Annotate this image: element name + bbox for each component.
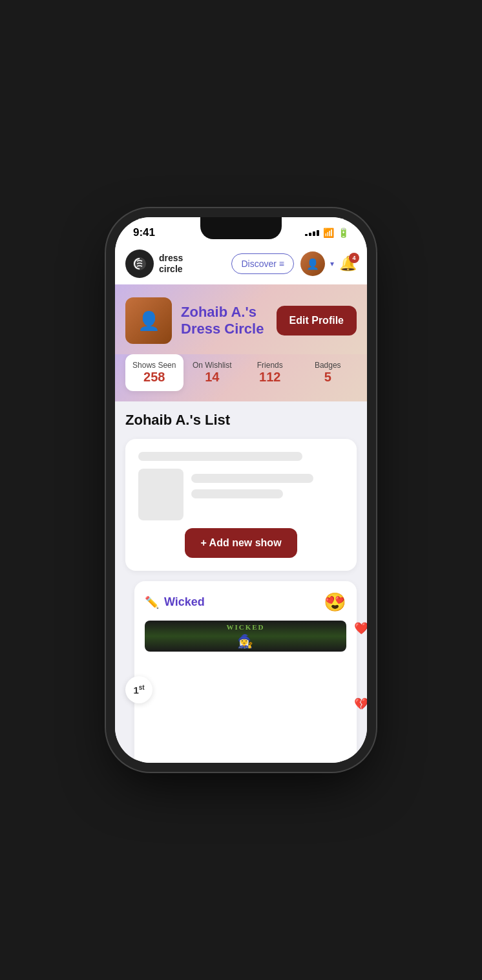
stat-shows-seen-label: Shows Seen — [128, 361, 181, 370]
review-positive-wicked: ❤️ When Dorothy famously triumphed over … — [354, 621, 367, 691]
stat-shows-seen[interactable]: Shows Seen 258 — [125, 354, 183, 391]
phone-notch — [200, 217, 282, 239]
show-body-wicked: WICKED 🧙‍♀️ ❤️ When Dorothy famously tri… — [145, 621, 346, 763]
stat-badges[interactable]: Badges 5 — [299, 354, 357, 391]
show-reviews-wicked: ❤️ When Dorothy famously triumphed over … — [354, 621, 367, 763]
signal-icon — [305, 230, 319, 236]
stat-friends-label: Friends — [244, 361, 297, 370]
logo-icon — [125, 250, 154, 278]
placeholder-line-1 — [138, 452, 302, 461]
app-header: dress circle Discover ≡ 👤 ▾ 🔔 4 — [115, 243, 367, 284]
review-negative-wicked: 💔 You wish more characters were like Gan… — [354, 696, 367, 755]
show-poster-wicked: WICKED 🧙‍♀️ — [145, 621, 346, 652]
show-emoji-wicked: 😍 — [324, 591, 346, 613]
add-show-button[interactable]: + Add new show — [185, 528, 297, 558]
rank-badge-1: 1st — [125, 676, 152, 703]
notifications-badge: 4 — [349, 253, 359, 263]
stat-friends[interactable]: Friends 112 — [241, 354, 299, 391]
logo-text: dress circle — [159, 253, 183, 275]
discover-button[interactable]: Discover ≡ — [231, 253, 294, 274]
profile-name-block: Zohaib A.'s Dress Circle — [181, 304, 264, 338]
status-time: 9:41 — [133, 226, 155, 239]
show-title-wicked: Wicked — [164, 595, 205, 609]
placeholder-poster — [138, 469, 183, 520]
status-icons: 📶 🔋 — [305, 228, 349, 238]
profile-avatar: 👤 — [125, 297, 172, 344]
user-avatar-small[interactable]: 👤 — [300, 251, 325, 276]
stat-wishlist-label: On Wishlist — [186, 361, 239, 370]
logo-container: dress circle — [125, 250, 183, 278]
battery-icon: 🔋 — [338, 228, 349, 238]
show-card-wicked-header: ✏️ Wicked 😍 — [145, 591, 346, 613]
chevron-down-icon[interactable]: ▾ — [330, 259, 334, 268]
placeholder-line-3 — [191, 489, 283, 498]
heart-icon-wicked: ❤️ — [354, 621, 367, 635]
profile-name-line2: Dress Circle — [181, 321, 264, 337]
main-content: Zohaib A.'s List + Add new show — [115, 401, 367, 763]
stat-badges-label: Badges — [302, 361, 355, 370]
header-right: 👤 ▾ 🔔 4 — [300, 251, 357, 276]
list-title: Zohaib A.'s List — [125, 412, 357, 429]
stat-badges-value: 5 — [302, 370, 355, 385]
card-placeholder-row — [138, 469, 344, 520]
stat-shows-seen-value: 258 — [128, 370, 181, 385]
now-playing-badge: Now Playing — [354, 760, 367, 763]
stat-friends-value: 112 — [244, 370, 297, 385]
edit-profile-button[interactable]: Edit Profile — [277, 306, 357, 336]
broken-heart-icon-wicked: 💔 — [354, 697, 367, 711]
app-content: dress circle Discover ≡ 👤 ▾ 🔔 4 👤 Zohaib… — [115, 243, 367, 763]
notifications-bell[interactable]: 🔔 4 — [339, 255, 357, 272]
show-card-wicked: 1st ✏️ Wicked 😍 WICKED 🧙‍♀️ — [134, 581, 357, 763]
add-show-card: + Add new show — [125, 439, 357, 571]
profile-banner: 👤 Zohaib A.'s Dress Circle Edit Profile — [115, 284, 367, 354]
edit-show-icon-wicked[interactable]: ✏️ — [145, 595, 159, 610]
wifi-icon: 📶 — [323, 228, 334, 238]
stat-wishlist[interactable]: On Wishlist 14 — [183, 354, 242, 391]
stat-wishlist-value: 14 — [186, 370, 239, 385]
profile-name-line1: Zohaib A.'s — [181, 304, 264, 321]
stats-row: Shows Seen 258 On Wishlist 14 Friends 11… — [115, 354, 367, 401]
show-title-row-wicked: ✏️ Wicked — [145, 595, 205, 610]
placeholder-text-lines — [191, 469, 344, 498]
placeholder-line-2 — [191, 474, 313, 483]
